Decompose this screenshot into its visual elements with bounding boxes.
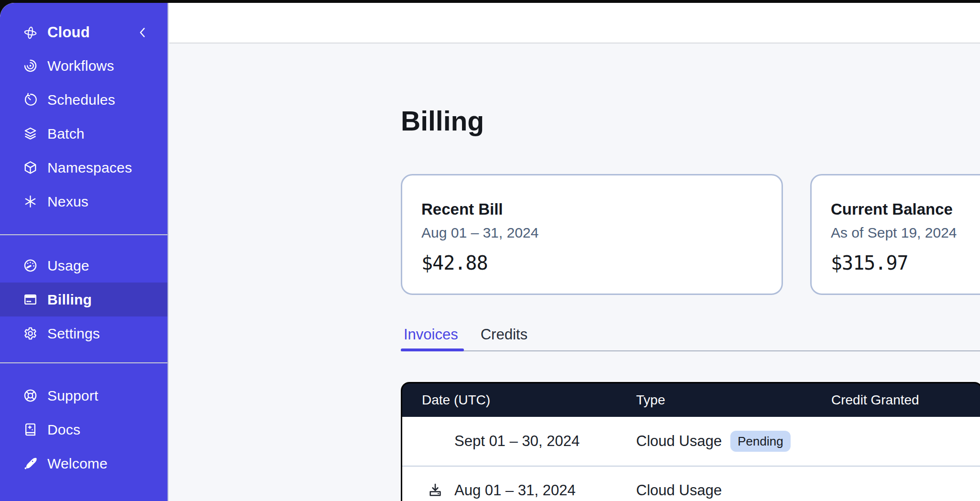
column-header-type: Type xyxy=(634,392,811,408)
sidebar-item-label: Workflows xyxy=(47,58,114,74)
status-badge: Pending xyxy=(730,431,790,452)
sidebar: Cloud Workflows xyxy=(0,3,168,501)
card-subtitle: Aug 01 – 31, 2024 xyxy=(421,225,762,241)
card-subtitle: As of Sept 19, 2024 xyxy=(831,225,980,241)
sidebar-item-label: Schedules xyxy=(47,92,115,108)
temporal-logo-icon xyxy=(22,25,38,41)
support-lifebuoy-icon xyxy=(22,388,38,403)
table-row[interactable]: Sept 01 – 30, 2024 Cloud Usage Pending xyxy=(402,417,980,466)
sidebar-item-label: Namespaces xyxy=(47,160,132,176)
screen: Cloud Workflows xyxy=(0,0,980,501)
sidebar-item-label: Docs xyxy=(47,422,80,438)
active-tab-underline xyxy=(401,349,464,351)
main-content: Billing Recent Bill Aug 01 – 31, 2024 $4… xyxy=(169,44,980,501)
app-window: Cloud Workflows xyxy=(0,3,980,501)
sidebar-item-settings[interactable]: Settings xyxy=(0,316,167,350)
schedules-icon xyxy=(22,92,38,108)
docs-book-icon xyxy=(22,422,38,437)
download-invoice-icon[interactable] xyxy=(427,482,454,499)
table-row[interactable]: Aug 01 – 31, 2024 Cloud Usage xyxy=(402,466,980,501)
sidebar-item-nexus[interactable]: Nexus xyxy=(0,185,167,218)
card-title: Recent Bill xyxy=(421,200,762,218)
batch-icon xyxy=(22,126,38,142)
usage-gauge-icon xyxy=(22,258,38,273)
card-title: Current Balance xyxy=(831,200,980,218)
sidebar-item-billing[interactable]: Billing xyxy=(0,283,167,316)
sidebar-divider xyxy=(0,362,167,363)
invoice-date: Sept 01 – 30, 2024 xyxy=(454,433,580,450)
sidebar-divider xyxy=(0,234,167,235)
recent-bill-card: Recent Bill Aug 01 – 31, 2024 $42.88 xyxy=(401,174,783,295)
sidebar-item-support[interactable]: Support xyxy=(0,379,167,413)
chevron-left-icon[interactable] xyxy=(136,26,149,39)
tab-invoices[interactable]: Invoices xyxy=(404,326,458,343)
sidebar-item-docs[interactable]: Docs xyxy=(0,413,167,447)
column-header-date: Date (UTC) xyxy=(402,392,634,408)
settings-gear-icon xyxy=(22,326,38,341)
sidebar-item-label: Nexus xyxy=(47,194,88,210)
welcome-rocket-icon xyxy=(22,456,38,471)
column-header-credit-granted: Credit Granted xyxy=(811,392,980,408)
billing-card-icon xyxy=(22,292,38,307)
sidebar-item-usage[interactable]: Usage xyxy=(0,249,167,283)
sidebar-item-label: Billing xyxy=(47,292,92,308)
card-amount: $315.97 xyxy=(831,252,980,274)
sidebar-item-namespaces[interactable]: Namespaces xyxy=(0,151,167,185)
sidebar-item-label: Welcome xyxy=(47,456,108,472)
sidebar-item-schedules[interactable]: Schedules xyxy=(0,83,167,117)
sidebar-item-label: Batch xyxy=(47,126,85,142)
table-header-row: Date (UTC) Type Credit Granted xyxy=(401,382,980,417)
sidebar-item-workflows[interactable]: Workflows xyxy=(0,49,167,83)
sidebar-item-welcome[interactable]: Welcome xyxy=(0,447,167,480)
invoice-date: Aug 01 – 31, 2024 xyxy=(454,482,575,499)
top-bar xyxy=(169,3,980,44)
card-amount: $42.88 xyxy=(421,252,762,274)
namespaces-icon xyxy=(22,160,38,175)
sidebar-item-batch[interactable]: Batch xyxy=(0,117,167,151)
workflows-icon xyxy=(22,58,38,74)
invoice-type: Cloud Usage xyxy=(636,482,722,499)
sidebar-brand-label: Cloud xyxy=(47,24,90,41)
invoices-table: Date (UTC) Type Credit Granted Sept 01 –… xyxy=(401,382,980,501)
current-balance-card: Current Balance As of Sept 19, 2024 $315… xyxy=(810,174,980,295)
table-body: Sept 01 – 30, 2024 Cloud Usage Pending xyxy=(401,417,980,501)
summary-cards: Recent Bill Aug 01 – 31, 2024 $42.88 Cur… xyxy=(401,174,980,295)
sidebar-item-label: Support xyxy=(47,388,98,404)
page-title: Billing xyxy=(401,106,484,136)
nexus-icon xyxy=(22,194,38,209)
invoice-type: Cloud Usage xyxy=(636,433,722,450)
sidebar-brand-cloud[interactable]: Cloud xyxy=(0,16,167,49)
billing-tabs: Invoices Credits xyxy=(401,318,980,351)
sidebar-item-label: Settings xyxy=(47,326,100,342)
sidebar-item-label: Usage xyxy=(47,258,89,274)
tab-credits[interactable]: Credits xyxy=(481,326,528,343)
